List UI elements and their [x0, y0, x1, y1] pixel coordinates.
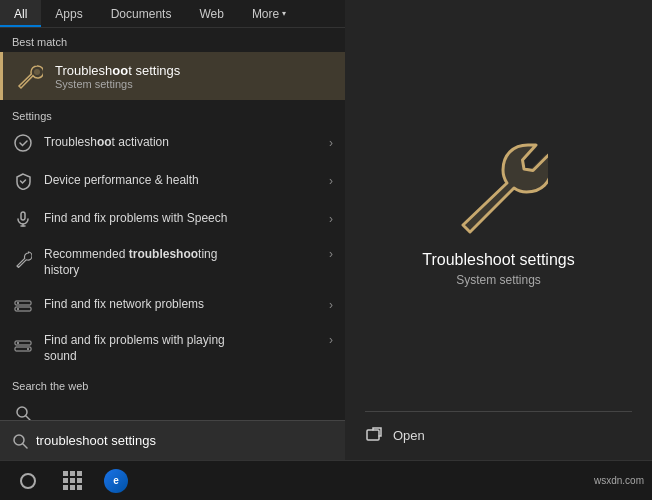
- tab-more[interactable]: More ▾: [238, 0, 300, 27]
- list-item[interactable]: Find and fix network problems ›: [0, 286, 345, 324]
- tab-web-label: Web: [199, 7, 223, 21]
- web-search-label: Search the web: [0, 372, 345, 394]
- list-item[interactable]: Troubleshoot activation ›: [0, 124, 345, 162]
- tab-apps[interactable]: Apps: [41, 0, 96, 27]
- svg-point-0: [34, 69, 40, 75]
- tabs-bar: All Apps Documents Web More ▾: [0, 0, 345, 28]
- list-item-text: Troubleshoot activation: [44, 135, 323, 151]
- svg-line-16: [23, 444, 27, 448]
- list-item-text: Find and fix problems with Speech: [44, 211, 323, 227]
- best-match-subtitle: System settings: [55, 78, 180, 90]
- svg-point-11: [17, 342, 19, 344]
- search-box-icon: [12, 433, 28, 449]
- taskbar-right: wsxdn.com: [594, 475, 644, 486]
- open-label: Open: [393, 428, 425, 443]
- best-match-label: Best match: [0, 28, 345, 52]
- tab-all-label: All: [14, 7, 27, 21]
- chevron-right-icon: ›: [329, 333, 333, 347]
- settings-section-label: Settings: [0, 104, 345, 124]
- right-title: Troubleshoot settings: [422, 251, 574, 269]
- right-panel: Troubleshoot settings System settings Op…: [345, 0, 652, 460]
- svg-point-8: [17, 308, 19, 310]
- network-icon: [12, 294, 34, 316]
- left-panel: All Apps Documents Web More ▾ Best match: [0, 0, 345, 460]
- right-subtitle: System settings: [456, 273, 541, 287]
- taskbar-edge-button[interactable]: e: [96, 463, 136, 499]
- divider: [365, 411, 632, 412]
- list-item[interactable]: Device performance & health ›: [0, 162, 345, 200]
- wrench-icon: [15, 62, 43, 90]
- list-item[interactable]: Find and fix problems with Speech ›: [0, 200, 345, 238]
- svg-rect-2: [21, 212, 25, 220]
- circle-check-icon: [12, 132, 34, 154]
- taskbar-search-button[interactable]: [8, 463, 48, 499]
- tab-documents[interactable]: Documents: [97, 0, 186, 27]
- search-box: [0, 420, 345, 460]
- best-match-title: Troubleshoot settings: [55, 63, 180, 78]
- tab-all[interactable]: All: [0, 0, 41, 27]
- search-results: Best match Troubleshoot settings System …: [0, 28, 345, 460]
- microphone-icon: [12, 208, 34, 230]
- svg-point-7: [17, 302, 19, 304]
- chevron-right-icon: ›: [329, 212, 333, 226]
- best-match-text: Troubleshoot settings System settings: [55, 63, 180, 90]
- svg-point-1: [15, 135, 31, 151]
- tab-apps-label: Apps: [55, 7, 82, 21]
- task-view-icon: [63, 471, 82, 490]
- chevron-right-icon: ›: [329, 298, 333, 312]
- best-match-item[interactable]: Troubleshoot settings System settings: [0, 52, 345, 100]
- list-item-text: Device performance & health: [44, 173, 323, 189]
- speaker-icon: [12, 334, 34, 356]
- open-icon: [365, 426, 383, 444]
- svg-point-12: [27, 348, 29, 350]
- taskbar-task-view-button[interactable]: [52, 463, 92, 499]
- open-action[interactable]: Open: [365, 420, 632, 450]
- chevron-right-icon: ›: [329, 136, 333, 150]
- tab-documents-label: Documents: [111, 7, 172, 21]
- large-wrench-icon: [448, 135, 548, 235]
- wrench-small-icon: [12, 248, 34, 270]
- search-input[interactable]: [36, 433, 333, 448]
- search-taskbar-icon: [20, 473, 36, 489]
- list-item[interactable]: Recommended troubleshootinghistory ›: [0, 238, 345, 286]
- taskbar: e wsxdn.com: [0, 460, 652, 500]
- chevron-right-icon: ›: [329, 247, 333, 261]
- edge-icon: e: [104, 469, 128, 493]
- list-item-text: Find and fix network problems: [44, 297, 323, 313]
- right-icon-area: Troubleshoot settings System settings: [422, 0, 574, 401]
- list-item[interactable]: Find and fix problems with playingsound …: [0, 324, 345, 372]
- list-item-text: Recommended troubleshootinghistory: [44, 247, 323, 278]
- right-actions: Open: [345, 401, 652, 460]
- chevron-down-icon: ▾: [282, 9, 286, 18]
- tab-web[interactable]: Web: [185, 0, 237, 27]
- chevron-right-icon: ›: [329, 174, 333, 188]
- taskbar-right-text: wsxdn.com: [594, 475, 644, 486]
- list-item-text: Find and fix problems with playingsound: [44, 333, 323, 364]
- tab-more-label: More: [252, 7, 279, 21]
- svg-rect-17: [367, 430, 379, 440]
- shield-icon: [12, 170, 34, 192]
